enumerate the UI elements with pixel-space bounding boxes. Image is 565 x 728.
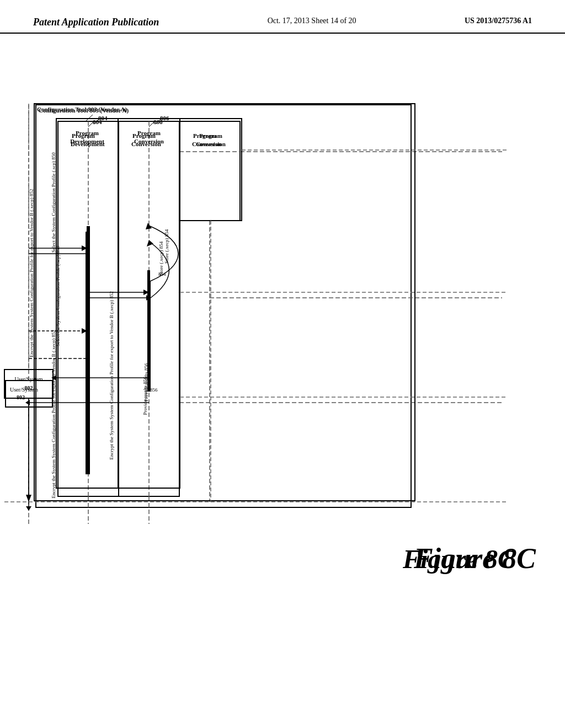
- prog-conv-inner-label-2: Conversion: [134, 138, 164, 144]
- svg-marker-75: [26, 495, 31, 502]
- main-diagram: Configuration Tool 803 (Vendor A) Progra…: [0, 61, 565, 711]
- outer-box-label: Configuration Tool 803 (Vendor A): [37, 106, 127, 113]
- ref-804: 804: [98, 115, 108, 121]
- sheet-info: Oct. 17, 2013 Sheet 14 of 20: [268, 17, 356, 25]
- user-system-label-2: 802: [25, 385, 33, 391]
- user-system-label-1: User/System: [14, 376, 42, 382]
- svg-rect-55: [4, 370, 53, 398]
- prog-conv-top-label-2: Conversion: [196, 141, 226, 147]
- svg-line-51: [94, 119, 99, 124]
- publication-title: Patent Application Publication: [33, 17, 159, 28]
- svg-rect-64: [147, 270, 150, 378]
- prog-conv-top-label-1: Program: [199, 132, 222, 139]
- prog-conv-inner-label-1: Program: [137, 130, 161, 136]
- prog-dev-label-2: Development: [70, 138, 104, 144]
- msg-854-label: Store (.xecp) 854: [164, 229, 169, 264]
- page-content: Configuration Tool 803 (Vendor A) Progra…: [0, 61, 565, 711]
- msg-852-user-label: Encrypt the System System Configuration …: [51, 330, 56, 499]
- patent-number: US 2013/0275736 A1: [465, 17, 532, 25]
- svg-rect-63: [86, 232, 88, 474]
- prog-dev-label-1: Program: [76, 130, 99, 136]
- msg-852-label: Encrypt the System System Configuration …: [109, 291, 114, 460]
- figure-label: Figure 8C: [402, 544, 516, 574]
- page-header: Patent Application Publication Oct. 17, …: [0, 0, 565, 34]
- ref-806: 806: [160, 115, 169, 121]
- svg-line-53: [156, 119, 161, 124]
- msg-856-label: Provide results 856: [142, 377, 148, 415]
- svg-rect-49: [34, 104, 415, 501]
